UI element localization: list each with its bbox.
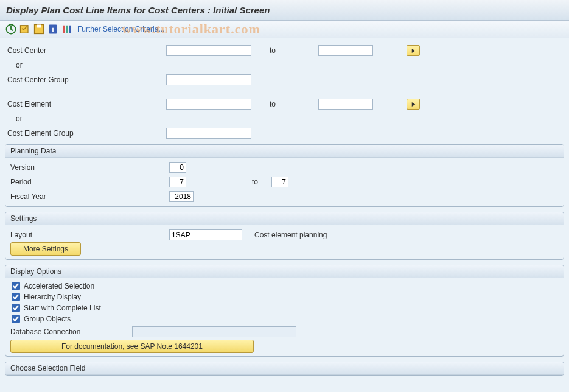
display-options-panel: Display Options Accelerated Selection Hi… xyxy=(5,265,564,357)
multiple-selection-icon[interactable] xyxy=(407,45,420,56)
start-complete-list-checkbox[interactable] xyxy=(12,304,20,312)
period-to-label: to xyxy=(186,178,271,186)
layout-desc: Cost element planning xyxy=(254,231,327,239)
database-connection-label: Database Connection xyxy=(10,327,132,336)
cost-element-label: Cost Element xyxy=(5,100,166,108)
execute-icon[interactable] xyxy=(5,23,17,35)
or-label: or xyxy=(5,61,166,69)
info-icon[interactable]: i xyxy=(47,23,59,35)
multiple-selection-icon-2[interactable] xyxy=(407,99,420,110)
hierarchy-display-checkbox[interactable] xyxy=(12,293,20,301)
fiscal-year-label: Fiscal Year xyxy=(8,192,169,201)
start-complete-list-label: Start with Complete List xyxy=(24,304,101,312)
more-settings-button[interactable]: More Settings xyxy=(10,242,81,256)
planning-data-header: Planning Data xyxy=(5,145,564,158)
documentation-button[interactable]: For documentation, see SAP Note 1644201 xyxy=(10,340,254,353)
get-variant-icon[interactable] xyxy=(19,23,31,35)
cost-center-input[interactable] xyxy=(166,45,251,56)
content: Cost Center to or Cost Center Group Cost… xyxy=(0,38,569,376)
cost-element-group-label: Cost Element Group xyxy=(5,129,166,138)
toolbar: i Further Selection Criteria... xyxy=(0,21,569,38)
version-label: Version xyxy=(8,163,169,172)
choose-selection-field-header: Choose Selection Field xyxy=(5,362,564,375)
period-to-input[interactable] xyxy=(271,177,288,187)
settings-header: Settings xyxy=(5,212,564,225)
cost-center-to-input[interactable] xyxy=(318,45,373,56)
cost-center-label: Cost Center xyxy=(5,46,166,55)
svg-rect-7 xyxy=(66,26,68,33)
save-icon[interactable] xyxy=(33,23,45,35)
group-objects-label: Group Objects xyxy=(24,315,71,323)
layout-label: Layout xyxy=(8,231,169,239)
version-input[interactable] xyxy=(169,162,186,173)
period-from-input[interactable] xyxy=(169,177,186,187)
or-label-2: or xyxy=(5,114,166,123)
svg-rect-6 xyxy=(63,26,65,33)
selection-icon[interactable] xyxy=(61,23,73,35)
layout-input[interactable] xyxy=(169,229,242,240)
accelerated-selection-label: Accelerated Selection xyxy=(24,282,94,290)
svg-text:i: i xyxy=(52,26,54,34)
cost-center-group-input[interactable] xyxy=(166,74,251,85)
database-connection-input[interactable] xyxy=(132,326,296,337)
hierarchy-display-label: Hierarchy Display xyxy=(24,293,81,301)
cost-element-group-input[interactable] xyxy=(166,128,251,139)
svg-rect-8 xyxy=(69,26,71,33)
group-objects-checkbox[interactable] xyxy=(12,315,20,323)
planning-data-panel: Planning Data Version Period to Fiscal Y… xyxy=(5,144,564,207)
to-label-2: to xyxy=(251,100,318,108)
to-label: to xyxy=(251,46,318,55)
accelerated-selection-checkbox[interactable] xyxy=(12,282,20,290)
choose-selection-field-panel: Choose Selection Field xyxy=(5,362,564,376)
svg-rect-3 xyxy=(37,25,41,28)
cost-element-to-input[interactable] xyxy=(318,99,373,110)
page-title: Display Plan Cost Line Items for Cost Ce… xyxy=(0,0,569,21)
fiscal-year-input[interactable] xyxy=(169,191,194,202)
cost-element-input[interactable] xyxy=(166,99,251,110)
period-label: Period xyxy=(8,178,169,186)
settings-panel: Settings Layout Cost element planning Mo… xyxy=(5,212,564,260)
further-criteria-button[interactable]: Further Selection Criteria... xyxy=(77,25,164,33)
display-options-header: Display Options xyxy=(5,265,564,278)
cost-center-group-label: Cost Center Group xyxy=(5,75,166,84)
